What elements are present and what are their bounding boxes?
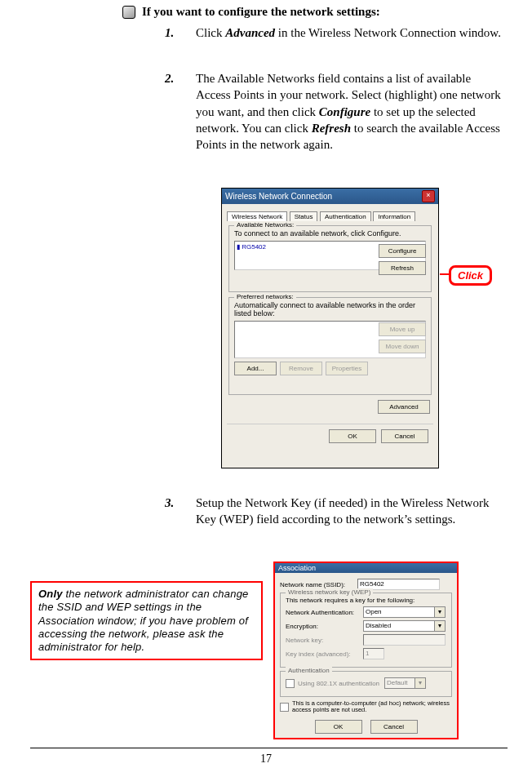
step-3: 3. Setup the Network Key (if needed) in … xyxy=(165,495,508,528)
auth-group: Authentication Using 802.1X authenticati… xyxy=(280,671,452,697)
step-3-body: Setup the Network Key (if needed) in the… xyxy=(196,495,508,528)
preferred-desc: Automatically connect to available netwo… xyxy=(234,301,426,317)
step-1-num: 1. xyxy=(165,24,180,41)
step-1-pre: Click xyxy=(196,26,225,39)
step-2: 2. The Available Networks field contains… xyxy=(165,70,508,153)
encryption-label: Encryption: xyxy=(286,623,363,630)
step-2-num: 2. xyxy=(165,70,180,153)
configure-button[interactable]: Configure xyxy=(379,244,426,258)
screenshot-association: Association Network name (SSID): RG5402 … xyxy=(273,562,459,739)
step-2-bi2: Refresh xyxy=(312,122,351,135)
adhoc-label: This is a computer-to-computer (ad hoc) … xyxy=(292,700,452,714)
ssid-label: Network name (SSID): xyxy=(280,581,357,588)
movedown-button[interactable]: Move down xyxy=(379,340,426,353)
auth-select: Default xyxy=(384,677,426,689)
auth-checkbox-label: Using 802.1X authentication xyxy=(298,680,379,687)
tab-authentication[interactable]: Authentication xyxy=(320,211,371,221)
preferred-legend: Preferred networks: xyxy=(234,293,296,300)
available-networks-group: Available Networks: To connect to an ava… xyxy=(228,225,432,292)
networkkey-label: Network key: xyxy=(286,637,363,644)
auth-checkbox[interactable] xyxy=(286,679,295,688)
step-1-keyword: Advanced xyxy=(225,26,275,39)
networkkey-field xyxy=(363,634,446,646)
netauth-select[interactable]: Open xyxy=(363,606,446,618)
keyindex-label: Key index (advanced): xyxy=(286,650,363,658)
step-1-post: in the Wireless Network Connection windo… xyxy=(275,26,501,39)
adhoc-checkbox[interactable] xyxy=(280,703,289,712)
window-titlebar: Wireless Network Connection × xyxy=(222,189,438,204)
step-1: 1. Click Advanced in the Wireless Networ… xyxy=(165,24,508,41)
properties-button[interactable]: Properties xyxy=(326,362,368,375)
page-number: 17 xyxy=(0,752,532,766)
advanced-button[interactable]: Advanced xyxy=(378,400,430,414)
heading-text: If you want to configure the network set… xyxy=(142,5,380,19)
ok-button[interactable]: OK xyxy=(329,429,376,443)
remove-button[interactable]: Remove xyxy=(280,362,322,375)
auth-legend: Authentication xyxy=(286,667,332,674)
moveup-button[interactable]: Move up xyxy=(379,322,426,336)
window-title: Wireless Network Connection xyxy=(225,192,332,201)
click-callout: Click xyxy=(449,265,492,286)
tab-strip: Wireless Network Status Authentication I… xyxy=(227,211,433,220)
step-1-body: Click Advanced in the Wireless Network C… xyxy=(196,24,508,41)
admin-note-bold: Only xyxy=(38,588,63,600)
bullet-icon xyxy=(122,6,135,19)
admin-note: Only the network administrator can chang… xyxy=(30,581,263,660)
close-icon[interactable]: × xyxy=(422,190,435,202)
available-legend: Available Networks: xyxy=(234,221,296,229)
wep-desc: This network requires a key for the foll… xyxy=(286,597,446,604)
add-button[interactable]: Add... xyxy=(234,362,277,375)
refresh-button[interactable]: Refresh xyxy=(379,261,426,275)
tab-wireless-network[interactable]: Wireless Network xyxy=(227,211,287,221)
assoc-cancel-button[interactable]: Cancel xyxy=(370,720,418,734)
keyindex-field: 1 xyxy=(363,648,384,659)
tab-status[interactable]: Status xyxy=(290,211,318,221)
netauth-label: Network Authentication: xyxy=(286,609,363,616)
cancel-button[interactable]: Cancel xyxy=(381,429,428,443)
wep-group: Wireless network key (WEP) This network … xyxy=(280,593,452,668)
screenshot-wireless-network: Wireless Network Connection × Wireless N… xyxy=(221,188,439,468)
available-desc: To connect to an available network, clic… xyxy=(234,229,426,238)
step-2-body: The Available Networks field contains a … xyxy=(196,70,508,153)
preferred-networks-group: Preferred networks: Automatically connec… xyxy=(228,297,432,395)
footer-rule xyxy=(30,748,508,748)
tab-information[interactable]: Information xyxy=(373,211,415,221)
step-2-bi1: Configure xyxy=(319,105,370,118)
step-3-num: 3. xyxy=(165,495,180,528)
assoc-title: Association xyxy=(275,563,457,573)
assoc-ok-button[interactable]: OK xyxy=(315,720,362,734)
encryption-select[interactable]: Disabled xyxy=(363,620,446,632)
admin-note-rest: the network administrator can change the… xyxy=(38,588,249,653)
wep-legend: Wireless network key (WEP) xyxy=(286,588,373,596)
